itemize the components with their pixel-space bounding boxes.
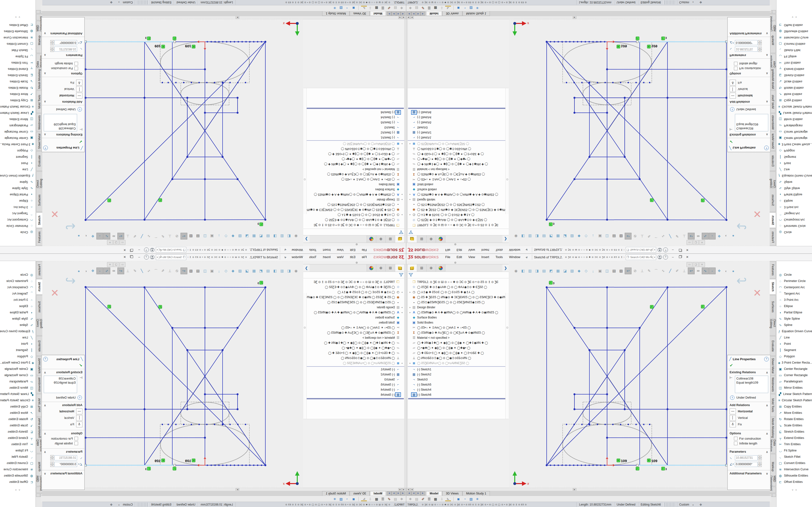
sketch-tool-item[interactable]: ▪ Point [0, 341, 36, 347]
toolbar-icon[interactable]: ▥ [526, 233, 534, 239]
toolbar-icon[interactable]: ✎ [159, 268, 166, 274]
sketch-tool-item[interactable]: ▞ Linear Sketch Pattern [0, 391, 36, 397]
splitter-handle[interactable] [454, 262, 456, 264]
sketch-tool-item[interactable]: ∿ Style Spline [776, 316, 812, 322]
sketch-tool-item[interactable]: ↻ Rotate Entities [776, 85, 812, 91]
toolbar-icon[interactable]: ⊥ [166, 268, 173, 274]
close-button[interactable]: ✕ [684, 255, 691, 260]
sketch-tool-item[interactable]: ◌ Perimeter Circle [0, 278, 36, 284]
relation-item[interactable]: Collinear108 [737, 126, 767, 130]
command-tab[interactable]: Surfaces [36, 188, 42, 212]
document-tab[interactable]: 3D Views [350, 491, 370, 496]
sketch-tool-item[interactable]: ◍ Silhouette Entities [0, 28, 36, 35]
tree-row[interactable]: ▣ Solid Bodies [303, 182, 404, 187]
relation-button-icon[interactable]: │ [76, 86, 83, 92]
sketch-tool-item[interactable]: ▣ Center Rectangle [776, 135, 812, 141]
toolbar-icon[interactable]: ◇ [222, 233, 230, 239]
sketch-tool-item[interactable]: ⊞ Copy Entities [0, 403, 36, 410]
collapse-icon[interactable]: ∧ [766, 432, 768, 435]
sketch-tool-item[interactable]: ▪ Point [0, 160, 36, 166]
option-row[interactable]: Infinite length [44, 442, 78, 445]
sketch-tool-item[interactable]: ∿ Spline [776, 322, 812, 328]
sketch-tool-item[interactable]: ◎ Circle [776, 272, 812, 278]
expand-arrow-icon[interactable]: ▸ [400, 311, 403, 314]
bottom-toolbar-icon[interactable]: ⇩ [439, 497, 445, 501]
pin-icon[interactable]: ➤ [283, 248, 288, 252]
toolbar-icon[interactable]: ● [730, 233, 737, 239]
bottom-toolbar-icon[interactable] [453, 6, 454, 10]
sketch-tool-item[interactable]: ┬ Extend Entities [776, 66, 812, 72]
flyout-expand-icon[interactable]: ❯ [303, 264, 310, 272]
tree-row[interactable]: ⊥ ◯ ИΝ⊙ƂƐ⊙↥◉◯ ⊙ ◯◉↥⊙ƐƂ⊙ИΝ ◯ [303, 355, 404, 360]
sketch-tool-item[interactable]: ⊏ Offset Entities [776, 479, 812, 485]
relation-button-icon[interactable]: — [729, 408, 736, 414]
toolbar-icon[interactable]: ▧ [569, 268, 575, 274]
sketch-tool-item[interactable]: ◫ Mirror Entities [776, 385, 812, 391]
bottom-toolbar-icon[interactable]: ▧ [338, 6, 344, 10]
tree-row[interactable]: ▸ A ◯ ƧƼИΝ◉⊙ ✚ A ✚ ◉ИΝA◯ ⊙ ◯AИΝ◉ ✚ A ✚ ⊙… [408, 310, 509, 315]
sketch-tool-item[interactable]: ≋ Intersection Curve [0, 466, 36, 472]
tab-configurationmanager[interactable]: ⊕ [376, 235, 386, 243]
toolbar-icon[interactable]: ◉ [293, 268, 299, 274]
menu-item[interactable]: Insert [320, 246, 334, 253]
command-tab[interactable]: Sketch [36, 213, 42, 228]
splitter-handle[interactable] [356, 243, 358, 245]
toolbar-icon[interactable]: ▤ [195, 268, 201, 274]
toolbar-icon[interactable]: ❖ [89, 233, 96, 239]
angle-spinner[interactable]: ▲▼ [50, 462, 54, 467]
toolbar-icon[interactable]: ✐ [132, 268, 138, 274]
tree-row[interactable]: ❒ TЯPDL2. ⊙ ƷЄ ⊙ Ш ⊙ ○ ○ ✚ ⊙ ƆC ⊙ ƷЄ ⊙ •… [408, 279, 509, 284]
add-relation-row[interactable]: — Horizontal [44, 408, 83, 414]
restore-button[interactable] [129, 255, 135, 260]
bottom-toolbar-icon[interactable]: ⇩ [439, 6, 445, 10]
sketch-tool-item[interactable]: ◈ 3 Point Center Recta... [776, 359, 812, 366]
toolbar-icon[interactable]: ∿ [702, 268, 709, 274]
tree-filter-row[interactable] [303, 229, 404, 235]
sketch-tool-item[interactable]: ▢ Convert Entities [0, 41, 36, 47]
toolbar-icon[interactable]: ◦ [709, 268, 716, 274]
search-icon[interactable] [650, 248, 653, 251]
toolbar-icon[interactable]: ↩ [625, 268, 631, 274]
toolbar-icon[interactable]: ◆ [576, 268, 582, 274]
sketch-tool-item[interactable]: ⊞ Copy Entities [776, 403, 812, 410]
collapse-icon[interactable]: ∧ [766, 371, 768, 374]
sketch-tool-item[interactable]: ↘ Scale Entities [0, 422, 36, 429]
menu-item[interactable]: File [359, 246, 370, 253]
add-relation-row[interactable]: │ Vertical [44, 86, 83, 92]
minimize-button[interactable]: – [670, 247, 676, 252]
minimize-button[interactable]: – [136, 255, 142, 260]
menu-item[interactable]: Tools [492, 246, 506, 253]
angle-spinner[interactable]: ▲▼ [50, 40, 54, 45]
sketch-tool-item[interactable]: ⊏ Offset Entities [0, 479, 36, 485]
more-tools-chevron-icon[interactable]: ⌄ ⌄ [776, 488, 812, 491]
command-tab[interactable]: Mesh Modeling [770, 417, 776, 439]
search-icon[interactable] [650, 256, 653, 259]
restore-button[interactable] [677, 255, 683, 260]
sketch-tool-item[interactable]: ⌢ 3 Point Arc [776, 297, 812, 303]
bottom-toolbar-icon[interactable]: ✳ [332, 6, 338, 10]
tab-nav-icon[interactable]: ◀ [411, 491, 416, 495]
sketch-tool-item[interactable]: ▱ Parallelogram [776, 122, 812, 129]
tree-row[interactable]: ⊥ ◯ ИΝ⊙ƂƐ⊙↥◉◯ ⊙ ◯◉↥⊙ƐƂ⊙ИΝ ◯ [408, 147, 509, 152]
document-tab[interactable]: Model [370, 11, 386, 16]
tree-row[interactable]: ☰ Material < not specified > [303, 167, 404, 172]
tree-row[interactable]: ◉ ◯ ƧƼ ✚ ƷЄƧƼ ◯ ИΝ◉⊙ ✚ ƆƐƷЄИƧƼ ◯ ⊙ ◯ ƧƼИ… [303, 294, 404, 300]
tab-dimxpertmanager[interactable] [367, 235, 376, 243]
sketch-tool-item[interactable]: ƒ Equation Driven Curve [0, 328, 36, 334]
tree-row[interactable]: ◆ Surface Bodies [408, 315, 509, 320]
checkbox[interactable] [74, 67, 78, 70]
tree-row[interactable]: ✩ ◯ ƧƼƷЄ ✚ ⊙↥◉⅄AΦ ◯ ⊙ ◯ ΦA⅄◉↥⊙ ✚ ЄƷƼƧ ◯ [408, 218, 509, 223]
bottom-toolbar-icon[interactable]: ✐ [386, 6, 392, 10]
toolbar-icon[interactable]: 3D [110, 268, 117, 274]
command-tab[interactable]: Features [770, 228, 776, 246]
bottom-toolbar-icon[interactable]: ◔ [344, 6, 350, 10]
sketch-tool-item[interactable]: ↗ Move Entities [776, 410, 812, 416]
sketch-tool-item[interactable]: ≋ Intersection Curve [0, 35, 36, 41]
tree-row[interactable]: ⌐ Sketch3 [408, 377, 509, 382]
bottom-toolbar-icon[interactable]: ▤ [393, 497, 398, 501]
tree-row[interactable]: ⊥ ◯ ИΝ⊙ƂƐ⊙↥◉◯ ⊙ ◯◉↥⊙ƐƂ⊙ИΝ ◯ [408, 355, 509, 360]
collapse-icon[interactable]: ∧ [44, 450, 46, 454]
toolbar-icon[interactable]: ◪ [562, 233, 568, 239]
bottom-toolbar-icon[interactable]: ✳ [474, 497, 480, 501]
collapse-icon[interactable]: ∧ [44, 133, 46, 136]
